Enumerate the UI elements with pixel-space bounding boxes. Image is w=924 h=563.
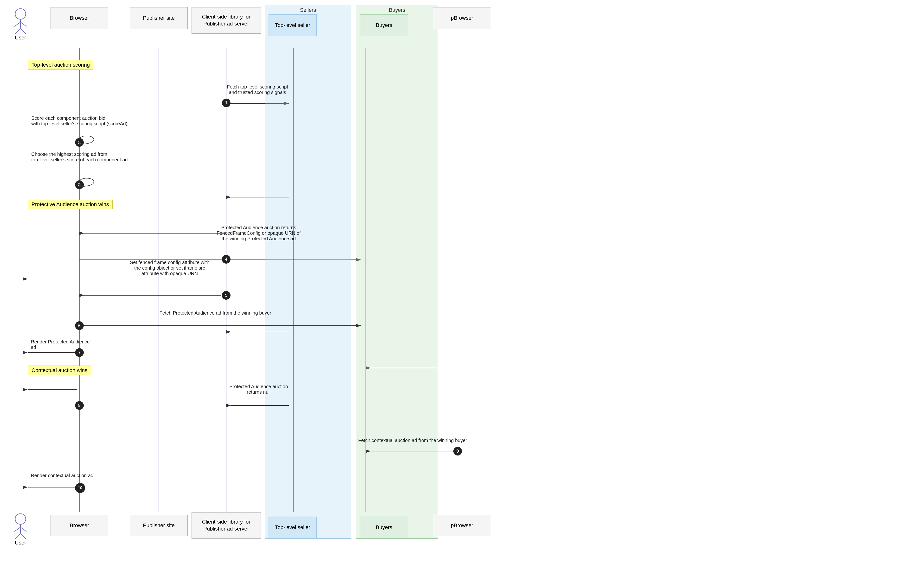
message-9-label: Fetch contextual auction ad from the win… <box>351 438 474 443</box>
svg-line-39 <box>21 527 27 532</box>
top-level-seller-box-top: Top-level seller <box>268 14 316 36</box>
arrow-8-svg <box>0 0 924 563</box>
buyers-box-top: Buyers <box>360 14 408 36</box>
svg-line-22 <box>21 28 26 34</box>
svg-line-19 <box>14 22 21 27</box>
arrow-10-svg <box>0 0 924 563</box>
self-loop-2 <box>0 0 924 563</box>
svg-line-41 <box>21 533 26 539</box>
pbrowser-box-bottom: pBrowser <box>433 515 491 536</box>
browser-box-bottom: Browser <box>51 515 108 536</box>
svg-line-21 <box>15 28 21 34</box>
browser-box-top: Browser <box>51 7 108 29</box>
buyers-group-label: Buyers <box>356 7 438 13</box>
step-7-circle: 7 <box>75 348 84 357</box>
step-6-circle: 6 <box>75 321 84 330</box>
svg-line-40 <box>15 533 21 539</box>
buyers-group: Buyers <box>356 5 438 539</box>
user-icon-bottom <box>11 512 30 539</box>
svg-line-38 <box>14 527 21 532</box>
message-7-label: Render Protected Audience ad <box>31 339 91 350</box>
pbrowser-box-top: pBrowser <box>433 7 491 29</box>
top-level-auction-label: Top-level auction scoring <box>28 60 93 70</box>
step-1-circle: 1 <box>222 99 231 107</box>
step-9-circle: 9 <box>453 447 462 455</box>
arrow-7-svg <box>0 0 924 563</box>
svg-line-20 <box>21 22 27 27</box>
user-label-bottom: User <box>11 540 30 546</box>
contextual-wins-label: Contextual auction wins <box>28 365 91 375</box>
top-level-seller-box-bottom: Top-level seller <box>268 517 316 538</box>
step-10-circle: 10 <box>75 483 85 493</box>
svg-point-36 <box>15 514 26 524</box>
sequence-diagram: Sellers Buyers User Browser Publisher si… <box>0 0 924 563</box>
step-5-circle: 5 <box>222 291 231 299</box>
buyers-box-bottom: Buyers <box>360 517 408 538</box>
message-10-label: Render contextual auction ad <box>31 473 98 478</box>
message-4-label: Protected Audience auction returns Fence… <box>217 225 301 241</box>
message-5-label: Set fenced frame config attribute with t… <box>118 260 221 276</box>
arrow-6-svg <box>0 0 924 563</box>
step-3-circle: 3 <box>75 180 84 189</box>
message-2-label: Score each component auction bid with to… <box>31 115 137 126</box>
svg-point-17 <box>15 9 26 19</box>
message-8-label: Protected Audience auction returns null <box>217 384 301 395</box>
message-6-label: Fetch Protected Audience ad from the win… <box>152 310 279 316</box>
arrow-5-svg <box>0 0 924 563</box>
step-4-circle: 4 <box>222 255 231 264</box>
step-8-circle: 8 <box>75 401 84 410</box>
pa-wins-label: Protective Audience auction wins <box>28 200 112 209</box>
step-2-circle: 2 <box>75 138 84 147</box>
publisher-site-box-bottom: Publisher site <box>130 515 188 536</box>
message-1-label: Fetch top-level scoring script and trust… <box>217 84 298 95</box>
user-label-top: User <box>11 34 30 41</box>
client-lib-box-bottom: Client-side library for Publisher ad ser… <box>192 512 261 539</box>
user-icon-top <box>11 7 30 34</box>
client-lib-box-top: Client-side library for Publisher ad ser… <box>192 7 261 34</box>
user-figure-top: User <box>11 7 30 41</box>
arrow-9-svg <box>0 0 924 563</box>
sellers-group-label: Sellers <box>265 7 351 13</box>
self-loop-3 <box>0 0 924 563</box>
arrows-layer <box>0 0 924 563</box>
user-figure-bottom: User <box>11 512 30 546</box>
publisher-site-box-top: Publisher site <box>130 7 188 29</box>
message-3-label: Choose the highest scoring ad from top-l… <box>31 151 137 163</box>
